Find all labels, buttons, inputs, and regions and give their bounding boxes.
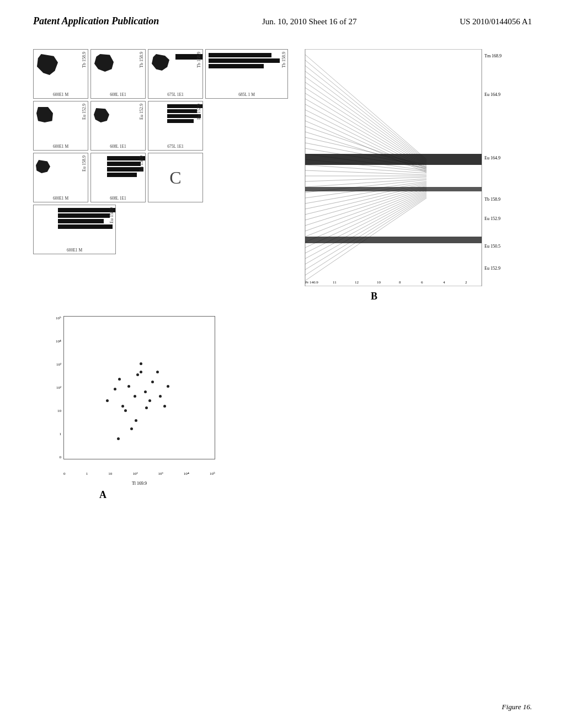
panel-label: Tb 158.9 xyxy=(82,52,87,68)
y-tick: 0 xyxy=(60,455,62,459)
scatter-dot xyxy=(163,405,166,408)
panel-1-1: Tb 158.9 600E1 M xyxy=(33,49,88,99)
scatter-dot xyxy=(159,395,162,398)
panel-c: C xyxy=(148,153,203,202)
scatter-dot xyxy=(140,362,142,365)
panel-row-3: Eu 158.9 600E1 M Eu 158.9 608L 1E1 xyxy=(33,153,288,202)
panel-label: Tb 158.9 xyxy=(281,52,286,68)
panel-1-3: Tb 158.9 675L 1E1 xyxy=(148,49,203,99)
scatter-dot xyxy=(118,378,121,381)
x-tick: 10² xyxy=(132,472,137,476)
scatter-dot xyxy=(148,399,151,402)
patent-number: US 2010/0144056 A1 xyxy=(460,17,532,26)
svg-text:4: 4 xyxy=(443,280,445,285)
svg-rect-44 xyxy=(305,187,482,191)
panel-label-bottom: 600E1 M xyxy=(34,144,88,149)
scatter-dot xyxy=(106,399,109,402)
panels-section: Tb 158.9 600E1 M Tb 158.9 608L 1E1 Tb 15… xyxy=(33,49,532,288)
scatter-dot xyxy=(134,395,136,398)
panel-label-bottom: 675L 1E1 xyxy=(148,92,202,97)
svg-text:6: 6 xyxy=(421,280,423,285)
scatter-dot xyxy=(151,381,154,383)
scatter-dot xyxy=(136,373,139,376)
svg-text:Tb 158.9: Tb 158.9 xyxy=(484,197,500,202)
panel-label-bottom: 675L 1E1 xyxy=(148,144,202,149)
panel-label-bottom: 608L 1E1 xyxy=(91,92,145,97)
panel-label: Eu 158.9 xyxy=(109,207,114,223)
svg-text:Pr 140.9: Pr 140.9 xyxy=(305,280,318,285)
panel-row-4: Eu 158.9 600E1 M xyxy=(33,205,288,254)
svg-text:11: 11 xyxy=(333,280,337,285)
panel-row-2: Eu 152.9 600E1 M Eu 152.9 608L 1E1 xyxy=(33,101,288,151)
svg-text:Eu 152.9: Eu 152.9 xyxy=(484,266,500,271)
svg-text:2: 2 xyxy=(465,280,467,285)
panel-3-2: Eu 158.9 608L 1E1 xyxy=(90,153,146,202)
panel-3-1: Eu 158.9 600E1 M xyxy=(33,153,88,202)
spacer xyxy=(232,299,248,487)
publication-title: Patent Application Publication xyxy=(33,15,159,27)
scatter-dot xyxy=(117,437,120,440)
svg-text:Tm 168.9: Tm 168.9 xyxy=(484,53,502,58)
panel-label: Eu 152.9 xyxy=(196,104,201,120)
plot-area xyxy=(63,316,215,459)
y-axis-labels: 0 1 10 10² 10³ 10⁴ 10⁵ xyxy=(33,316,63,459)
panel-label-bottom: 608L 1E1 xyxy=(91,196,145,201)
spectral-svg: Tm 168.9 Eu 164.9 Eu 164.9 Tb 158.9 Eu 1… xyxy=(299,49,532,286)
panel-label-bottom: 600E1 M xyxy=(34,196,88,201)
svg-rect-45 xyxy=(305,237,482,243)
panel-1-2: Tb 158.9 608L 1E1 xyxy=(90,49,146,99)
panel-label: Tb 158.9 xyxy=(139,52,144,68)
scatter-dot xyxy=(135,419,137,422)
panels-left: Tb 158.9 600E1 M Tb 158.9 608L 1E1 Tb 15… xyxy=(33,49,288,288)
panel-label: Eu 152.9 xyxy=(139,104,144,120)
panel-label-bottom: 608L 1E1 xyxy=(91,144,145,149)
figure-label: Figure 16. xyxy=(502,703,532,711)
x-tick: 10⁴ xyxy=(184,472,189,476)
panel-label: Eu 158.9 xyxy=(82,156,87,172)
panel-row-1: Tb 158.9 600E1 M Tb 158.9 608L 1E1 Tb 15… xyxy=(33,49,288,99)
x-tick: 1 xyxy=(86,472,88,476)
scatter-dot xyxy=(145,406,148,409)
svg-text:8: 8 xyxy=(399,280,401,285)
x-axis-label: Tl 169.9 xyxy=(63,481,215,486)
panel-label-bottom: 600E1 M xyxy=(34,92,88,97)
scatter-dot xyxy=(114,388,116,390)
scatter-dot xyxy=(124,409,127,412)
x-tick: 10⁵ xyxy=(210,472,215,476)
x-tick: 10 xyxy=(108,472,112,476)
svg-text:12: 12 xyxy=(355,280,359,285)
panel-label: Tb 158.9 xyxy=(196,52,201,68)
svg-rect-0 xyxy=(305,49,482,286)
panel-label-bottom: 685L 1 M xyxy=(206,92,287,97)
section-a-label: A xyxy=(99,489,106,501)
scatter-dot xyxy=(127,385,130,388)
y-tick: 10³ xyxy=(56,362,61,367)
bottom-section: 0 1 10 10² 10³ 10⁴ 10⁵ xyxy=(33,299,532,487)
scatter-dot xyxy=(140,371,142,373)
svg-text:Eu 164.9: Eu 164.9 xyxy=(484,92,500,97)
scatter-dot xyxy=(167,385,169,388)
svg-text:Eu 152.9: Eu 152.9 xyxy=(484,216,500,221)
svg-text:Eu 164.9: Eu 164.9 xyxy=(484,156,500,160)
main-content: Tb 158.9 600E1 M Tb 158.9 608L 1E1 Tb 15… xyxy=(0,33,565,498)
y-tick: 1 xyxy=(60,432,62,436)
scatter-dot xyxy=(130,427,133,430)
spectral-panel: Tm 168.9 Eu 164.9 Eu 164.9 Tb 158.9 Eu 1… xyxy=(299,49,532,288)
svg-rect-43 xyxy=(305,154,482,165)
y-tick: 10⁵ xyxy=(56,316,61,320)
section-b-label: B xyxy=(371,291,377,302)
panel-2-1: Eu 152.9 600E1 M xyxy=(33,101,88,151)
panel-1-4: Tb 158.9 685L 1 M xyxy=(205,49,288,99)
panel-4-1: Eu 158.9 600E1 M xyxy=(33,205,116,254)
page-header: Patent Application Publication Jun. 10, … xyxy=(0,0,565,33)
x-tick: 10³ xyxy=(158,472,163,476)
svg-text:Eu 150.5: Eu 150.5 xyxy=(484,244,500,249)
y-tick: 10 xyxy=(57,409,61,413)
panel-2-3: Eu 152.9 675L 1E1 xyxy=(148,101,203,151)
panel-2-2: Eu 152.9 608L 1E1 xyxy=(90,101,146,151)
x-tick: 0 xyxy=(63,472,66,476)
panel-label-bottom: 600E1 M xyxy=(34,248,115,253)
scatter-dot xyxy=(156,371,159,373)
scatter-dot xyxy=(144,390,147,393)
scatter-dot xyxy=(121,405,124,408)
